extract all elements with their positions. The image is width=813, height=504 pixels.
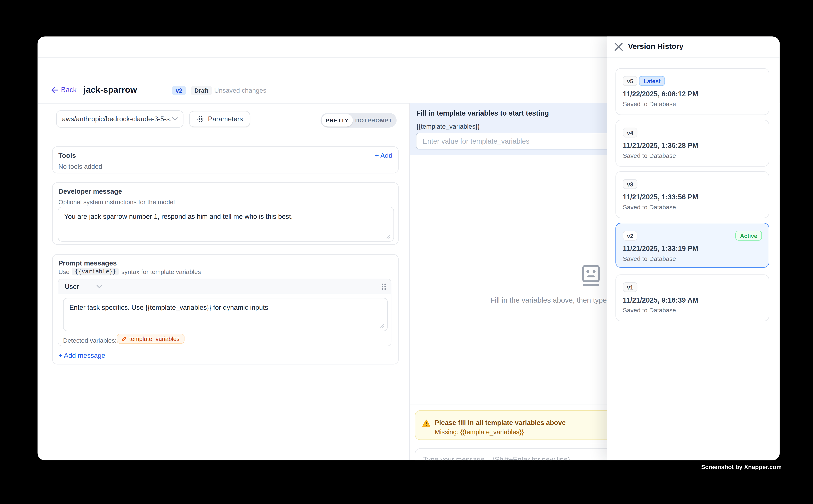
detected-variables-label: Detected variables: bbox=[63, 337, 116, 344]
unsaved-changes-text: Unsaved changes bbox=[214, 87, 266, 94]
chevron-down-icon bbox=[172, 117, 178, 121]
toggle-dotprompt[interactable]: DOTPROMPT bbox=[353, 113, 394, 128]
developer-message-card: Developer message Optional system instru… bbox=[52, 182, 399, 245]
app-window: Back jack-sparrow v2 Draft Unsaved chang… bbox=[37, 36, 780, 460]
tester-empty-hint: Fill in the variables above, then type bbox=[490, 296, 607, 304]
warning-detail: Missing: {{template_variables}} bbox=[435, 428, 524, 436]
version-date: 11/21/2025, 1:36:28 PM bbox=[623, 142, 699, 149]
syntax-suffix: syntax for template variables bbox=[121, 268, 201, 275]
parameters-button[interactable]: Parameters bbox=[189, 111, 250, 127]
add-message-button[interactable]: + Add message bbox=[58, 352, 105, 359]
version-note: Saved to Database bbox=[623, 307, 676, 314]
message-header: User bbox=[58, 279, 391, 294]
version-label-badge: v3 bbox=[623, 179, 638, 189]
toggle-pretty[interactable]: PRETTY bbox=[322, 114, 353, 127]
latest-badge: Latest bbox=[639, 76, 665, 86]
prompt-messages-card: Prompt messages Use {{variable}} syntax … bbox=[52, 254, 399, 364]
version-history-title: Version History bbox=[628, 42, 684, 50]
role-select[interactable]: User bbox=[65, 279, 102, 294]
version-note: Saved to Database bbox=[623, 100, 676, 108]
version-badge: v2 bbox=[172, 86, 186, 95]
warning-title: Please fill in all template variables ab… bbox=[435, 419, 565, 426]
prompt-message-block: User Enter task specifics. Use {{templat… bbox=[58, 279, 391, 346]
active-badge: Active bbox=[735, 231, 762, 241]
version-card-v2-active[interactable]: v2 Active 11/21/2025, 1:33:19 PM Saved t… bbox=[616, 223, 769, 268]
back-button[interactable]: Back bbox=[51, 86, 76, 94]
syntax-help-row: Use {{variable}} syntax for template var… bbox=[58, 268, 201, 275]
model-select-value: aws/anthropic/bedrock-claude-3-5-s... bbox=[62, 115, 172, 123]
developer-message-title: Developer message bbox=[58, 187, 122, 195]
detected-variable-name: template_variables bbox=[129, 336, 179, 342]
tester-title: Fill in template variables to start test… bbox=[416, 109, 549, 117]
developer-message-subtitle: Optional system instructions for the mod… bbox=[58, 198, 175, 206]
detected-variable-chip[interactable]: template_variables bbox=[117, 334, 184, 344]
resize-handle-icon[interactable] bbox=[380, 323, 385, 328]
view-mode-toggle: PRETTY DOTPROMPT bbox=[321, 113, 397, 128]
version-card-v3[interactable]: v3 11/21/2025, 1:33:56 PM Saved to Datab… bbox=[616, 171, 769, 218]
chevron-down-icon bbox=[97, 285, 102, 289]
add-tool-button[interactable]: + Add bbox=[375, 152, 392, 159]
version-date: 11/22/2025, 6:08:12 PM bbox=[623, 90, 699, 98]
stage: Back jack-sparrow v2 Draft Unsaved chang… bbox=[0, 0, 813, 504]
version-label-badge: v5 bbox=[623, 76, 638, 86]
role-select-value: User bbox=[65, 283, 79, 291]
version-note: Saved to Database bbox=[623, 152, 676, 159]
toolbar-divider bbox=[37, 134, 409, 134]
developer-message-textarea[interactable]: You are jack sparrow number 1, respond a… bbox=[58, 207, 394, 242]
status-badge: Draft bbox=[191, 86, 212, 95]
tools-card: Tools + Add No tools added bbox=[52, 146, 399, 174]
version-label-badge: v2 bbox=[623, 231, 638, 241]
tools-title: Tools bbox=[58, 152, 76, 159]
version-date: 11/21/2025, 9:16:39 AM bbox=[623, 296, 699, 304]
version-date: 11/21/2025, 1:33:19 PM bbox=[623, 245, 699, 253]
resize-handle-icon[interactable] bbox=[386, 234, 391, 239]
drag-handle-icon[interactable] bbox=[381, 283, 387, 291]
model-select[interactable]: aws/anthropic/bedrock-claude-3-5-s... bbox=[56, 110, 183, 128]
version-note: Saved to Database bbox=[623, 255, 676, 262]
pencil-icon bbox=[121, 336, 126, 341]
version-history-panel: Version History v5 Latest 11/22/2025, 6:… bbox=[607, 36, 780, 460]
close-icon[interactable] bbox=[615, 43, 623, 51]
watermark-text: Screenshot by Xnapper.com bbox=[701, 464, 782, 470]
back-label: Back bbox=[61, 86, 77, 94]
parameters-label: Parameters bbox=[208, 115, 243, 123]
version-label-badge: v1 bbox=[623, 282, 638, 292]
syntax-prefix: Use bbox=[58, 268, 69, 275]
version-card-v1[interactable]: v1 11/21/2025, 9:16:39 AM Saved to Datab… bbox=[616, 274, 769, 321]
version-note: Saved to Database bbox=[623, 204, 676, 211]
version-date: 11/21/2025, 1:33:56 PM bbox=[623, 193, 699, 201]
page-title: jack-sparrow bbox=[83, 85, 137, 95]
prompt-message-textarea[interactable]: Enter task specifics. Use {{template_var… bbox=[63, 298, 388, 331]
template-variable-label: {{template_variables}} bbox=[416, 123, 480, 130]
version-label-badge: v4 bbox=[623, 128, 638, 138]
tools-empty-text: No tools added bbox=[58, 163, 102, 170]
prompt-messages-title: Prompt messages bbox=[58, 259, 117, 267]
version-history-divider bbox=[607, 57, 780, 58]
arrow-left-icon bbox=[51, 86, 58, 93]
warning-triangle-icon bbox=[422, 419, 431, 427]
version-card-v5[interactable]: v5 Latest 11/22/2025, 6:08:12 PM Saved t… bbox=[616, 68, 769, 115]
version-card-v4[interactable]: v4 11/21/2025, 1:36:28 PM Saved to Datab… bbox=[616, 120, 769, 167]
robot-face-icon bbox=[582, 265, 600, 286]
variable-syntax-chip: {{variable}} bbox=[72, 268, 119, 275]
gear-icon bbox=[196, 115, 204, 123]
